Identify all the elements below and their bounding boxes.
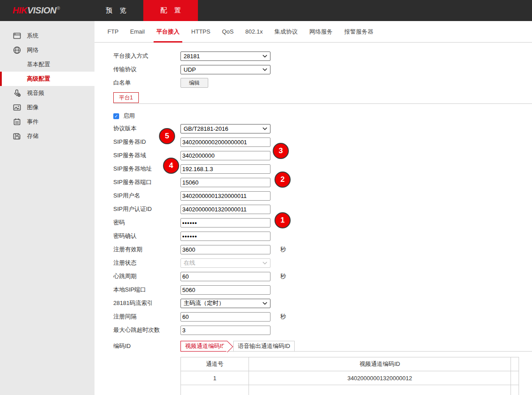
sidebar-item-network[interactable]: 网络 (0, 43, 94, 57)
sip-auth-id-input[interactable] (180, 205, 270, 214)
channel-table: 通道号 视频通道编码ID 1 34020000001320000012 (180, 357, 519, 395)
sidebar-item-label: 高级配置 (27, 75, 50, 83)
access-type-select[interactable]: 28181 (180, 52, 270, 61)
table-row (181, 385, 519, 395)
reg-valid-unit: 秒 (280, 245, 286, 253)
top-bar: HIKVISION® 预 览 配 置 (0, 0, 532, 21)
chevron-down-icon (262, 127, 267, 130)
tab-audio-output-channel-encode-id[interactable]: 语音输出通道编码ID (233, 341, 295, 352)
sip-port-input[interactable] (180, 178, 270, 187)
main-content: FTP Email 平台接入 HTTPS QoS 802.1x 集成协议 网络服… (94, 21, 532, 395)
tab-platform-1[interactable]: 平台1 (113, 92, 139, 103)
form-row-transport: 传输协议 UDP (113, 63, 532, 76)
tab-network-service[interactable]: 网络服务 (309, 21, 333, 43)
encode-id-label: 编码ID (113, 340, 180, 350)
sip-user-label: SIP用户名 (113, 192, 180, 200)
reg-valid-input[interactable] (180, 245, 270, 254)
form-row-sip-auth-id: SIP用户认证ID (113, 202, 532, 216)
transport-select[interactable]: UDP (180, 65, 270, 74)
annotation-badge-1: 1 (275, 212, 291, 228)
storage-icon (13, 132, 21, 141)
sidebar-item-storage[interactable]: 存储 (0, 129, 94, 143)
tab-qos[interactable]: QoS (222, 21, 234, 43)
reg-interval-input[interactable] (180, 312, 270, 322)
top-nav: 预 览 配 置 (89, 0, 198, 21)
table-row: 1 34020000001320000012 (181, 371, 519, 385)
sip-address-input[interactable] (180, 164, 270, 174)
reg-status-select: 在线 (180, 258, 270, 268)
event-icon (13, 118, 21, 126)
logo-registered-mark: ® (57, 6, 60, 11)
sidebar-item-audio-video[interactable]: 视音频 (0, 86, 94, 100)
whitelist-edit-button[interactable]: 编辑 (180, 78, 208, 88)
password-confirm-input[interactable] (180, 232, 270, 241)
tab-ftp[interactable]: FTP (107, 21, 119, 43)
sidebar-item-image[interactable]: 图像 (0, 100, 94, 115)
nav-configuration[interactable]: 配 置 (143, 0, 198, 21)
tab-integration-protocol[interactable]: 集成协议 (275, 21, 298, 43)
form-row-sip-server-id: SIP服务器ID (113, 135, 532, 149)
sidebar-item-basic-config[interactable]: 基本配置 (0, 57, 94, 72)
form-row-enable: 启用 (113, 110, 532, 122)
reg-interval-unit: 秒 (280, 313, 286, 321)
transport-label: 传输协议 (113, 65, 180, 73)
reg-status-value: 在线 (184, 259, 195, 267)
protocol-version-select[interactable]: GB/T28181-2016 (180, 124, 270, 133)
tab-video-channel-encode-id[interactable]: 视频通道编码ID (180, 341, 227, 352)
form-row-reg-interval: 注册间隔 秒 (113, 310, 532, 323)
protocol-version-value: GB/T28181-2016 (184, 125, 228, 132)
sidebar-item-system[interactable]: 系统 (0, 29, 94, 43)
sidebar-item-advanced-config[interactable]: 高级配置 (0, 72, 94, 86)
sip-user-input[interactable] (180, 191, 270, 201)
platform-access-form: 平台接入方式 28181 传输协议 UDP 白名单 编辑 平台1 启用 协议版本 (94, 43, 532, 395)
sidebar-item-label: 视音频 (27, 89, 44, 97)
form-row-heartbeat: 心跳周期 秒 (113, 270, 532, 283)
stream-index-select[interactable]: 主码流（定时） (180, 299, 270, 308)
sidebar-item-label: 网络 (27, 46, 39, 54)
sip-port-label: SIP服务器端口 (113, 178, 180, 186)
password-confirm-label: 密码确认 (113, 232, 180, 240)
empty-cell (511, 371, 519, 385)
audio-video-icon (13, 89, 21, 98)
empty-cell (511, 385, 519, 395)
chevron-down-icon (262, 262, 267, 265)
sip-domain-input[interactable] (180, 151, 270, 160)
password-input[interactable] (180, 218, 270, 228)
local-sip-port-input[interactable] (180, 285, 270, 295)
network-icon (13, 46, 21, 55)
annotation-badge-2: 2 (275, 172, 291, 188)
heartbeat-input[interactable] (180, 272, 270, 281)
sidebar-item-event[interactable]: 事件 (0, 115, 94, 129)
form-row-protocol-version: 协议版本 GB/T28181-2016 (113, 122, 532, 135)
form-row-reg-valid: 注册有效期 秒 (113, 243, 532, 256)
nav-preview[interactable]: 预 览 (89, 0, 143, 21)
password-label: 密码 (113, 219, 180, 227)
form-row-whitelist: 白名单 编辑 (113, 76, 532, 90)
chevron-down-icon (262, 68, 267, 71)
channel-no-header: 通道号 (181, 357, 249, 371)
form-row-local-sip-port: 本地SIP端口 (113, 283, 532, 296)
video-encode-id-cell[interactable]: 34020000001320000012 (249, 371, 511, 385)
empty-header (511, 357, 519, 371)
enable-checkbox[interactable] (113, 113, 119, 119)
sip-server-id-input[interactable] (180, 137, 270, 147)
video-encode-id-cell (249, 385, 511, 395)
enable-label: 启用 (123, 112, 135, 120)
hikvision-logo: HIKVISION® (13, 5, 60, 16)
tab-email[interactable]: Email (130, 21, 145, 43)
annotation-badge-3: 3 (273, 143, 289, 159)
access-type-value: 28181 (184, 53, 200, 60)
sidebar-item-label: 基本配置 (27, 60, 50, 69)
image-icon (13, 103, 21, 112)
form-row-access-type: 平台接入方式 28181 (113, 49, 532, 63)
form-row-password-confirm: 密码确认 (113, 229, 532, 243)
form-row-reg-status: 注册状态 在线 (113, 256, 532, 270)
tab-https[interactable]: HTTPS (191, 21, 210, 43)
logo-hik: HIK (13, 5, 27, 15)
form-row-password: 密码 (113, 216, 532, 229)
tab-8021x[interactable]: 802.1x (245, 21, 263, 43)
tab-alarm-server[interactable]: 报警服务器 (344, 21, 373, 43)
max-heartbeat-timeout-input[interactable] (180, 326, 270, 335)
form-row-sip-user: SIP用户名 (113, 189, 532, 202)
tab-platform-access[interactable]: 平台接入 (156, 21, 180, 43)
